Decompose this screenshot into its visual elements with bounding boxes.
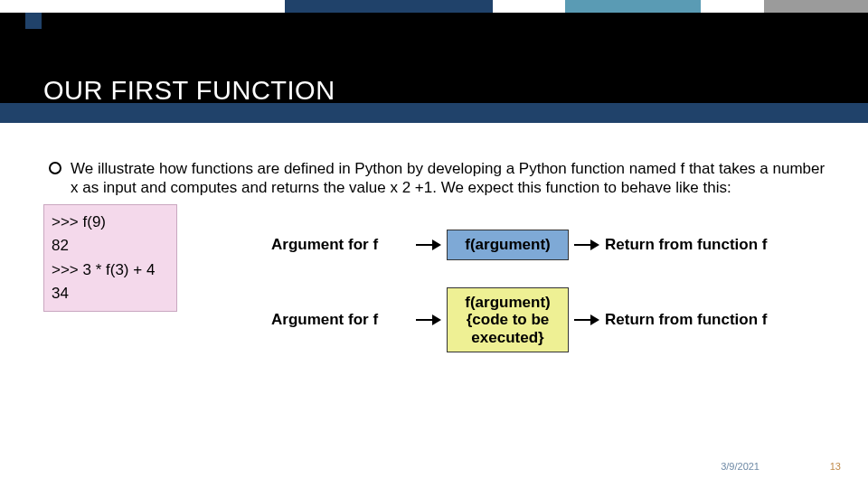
corner-notch — [25, 13, 42, 29]
footer-page-number: 13 — [830, 461, 841, 472]
arrow-right-icon — [574, 314, 599, 326]
arrow-right-icon — [574, 239, 599, 251]
arrow-right-icon — [416, 314, 441, 326]
top-accent-strip — [0, 0, 868, 13]
function-box: f(argument) {code to be executed} — [447, 287, 569, 353]
diagram-row: Argument for f f(argument) Return from f… — [271, 230, 814, 260]
arg-label: Argument for f — [271, 311, 416, 329]
return-label: Return from function f — [599, 236, 812, 254]
title-band: OUR FIRST FUNCTION — [0, 13, 868, 123]
bullet-item: We illustrate how functions are defined … — [49, 159, 832, 198]
slide-body: We illustrate how functions are defined … — [0, 123, 868, 488]
bullet-marker-icon — [49, 162, 61, 174]
slide-title: OUR FIRST FUNCTION — [43, 76, 335, 106]
footer-date: 3/9/2021 — [721, 461, 760, 472]
arg-label: Argument for f — [271, 236, 416, 254]
function-box: f(argument) — [447, 230, 569, 260]
code-line: 34 — [52, 282, 169, 305]
code-line: 82 — [52, 234, 169, 258]
title-underline — [0, 103, 868, 123]
bullet-text: We illustrate how functions are defined … — [71, 159, 832, 198]
code-line: >>> 3 * f(3) + 4 — [52, 258, 169, 282]
arrow-right-icon — [416, 239, 441, 251]
diagram-row: Argument for f f(argument) {code to be e… — [271, 287, 814, 353]
function-diagram: Argument for f f(argument) Return from f… — [271, 230, 814, 380]
code-line: >>> f(9) — [52, 211, 169, 234]
repl-code-block: >>> f(9) 82 >>> 3 * f(3) + 4 34 — [43, 204, 177, 312]
return-label: Return from function f — [599, 311, 812, 329]
